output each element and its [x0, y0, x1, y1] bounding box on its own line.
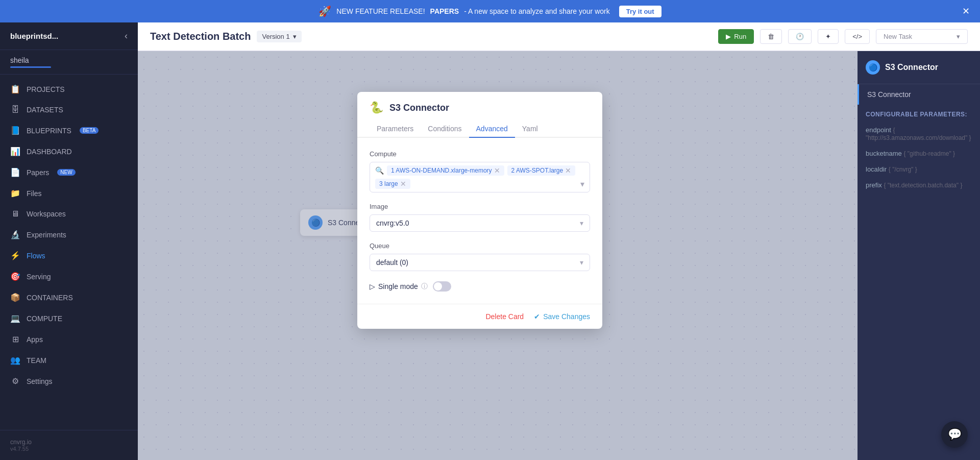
compute-tag-1-label: 1 AWS-ON-DEMAND.xlarge-memory: [391, 167, 492, 174]
compute-tag-2-remove[interactable]: ✕: [565, 166, 571, 175]
single-mode-toggle[interactable]: [433, 281, 451, 292]
task-selector[interactable]: New Task ▾: [876, 29, 968, 44]
sidebar: blueprintsd... ‹ sheila 📋 PROJECTS 🗄 DAT…: [0, 22, 138, 460]
banner-text-prefix: NEW FEATURE RELEASE!: [336, 7, 425, 15]
try-it-out-button[interactable]: Try it out: [619, 6, 662, 17]
compute-tag-1-remove[interactable]: ✕: [494, 166, 500, 175]
queue-group: Queue default (0) ▾: [370, 242, 590, 271]
image-label: Image: [370, 203, 590, 210]
param-bucketname: bucketname { "github-readme" }: [857, 146, 980, 161]
sidebar-footer-text: cnvrg.io: [10, 439, 128, 446]
sidebar-item-experiments[interactable]: 🔬 Experiments: [0, 224, 138, 245]
single-mode-info-icon: ⓘ: [421, 282, 428, 291]
delete-button[interactable]: 🗑: [760, 29, 782, 44]
right-panel-section-title: Configurable Parameters:: [857, 105, 980, 122]
serving-label: Serving: [27, 273, 51, 281]
history-button[interactable]: 🕐: [788, 29, 812, 44]
toolbar: Text Detection Batch Version 1 ▾ ▶ Run 🗑…: [138, 22, 980, 51]
sidebar-nav: 📋 PROJECTS 🗄 DATASETS 📘 BLUEPRINTS BETA …: [0, 75, 138, 430]
compute-tag-3-label: 3 large: [379, 180, 398, 187]
projects-icon: 📋: [10, 84, 20, 94]
modal-footer: Delete Card ✔ Save Changes: [357, 304, 602, 329]
save-changes-button[interactable]: ✔ Save Changes: [534, 312, 590, 321]
containers-icon: 📦: [10, 293, 20, 302]
sidebar-item-workspaces[interactable]: 🖥 Workspaces: [0, 204, 138, 224]
version-label: Version 1: [262, 33, 289, 40]
code-icon: </>: [852, 33, 862, 40]
image-group: Image cnvrg:v5.0 ▾: [370, 203, 590, 232]
run-button[interactable]: ▶ Run: [718, 29, 754, 44]
right-panel-icon: 🔵: [866, 60, 880, 75]
workspaces-icon: 🖥: [10, 209, 20, 219]
tab-yaml[interactable]: Yaml: [515, 120, 545, 138]
sidebar-item-datasets[interactable]: 🗄 DATASETS: [0, 100, 138, 120]
compute-tag-2[interactable]: 2 AWS-SPOT.large ✕: [507, 165, 576, 176]
task-chevron-icon: ▾: [957, 33, 960, 40]
sidebar-item-dashboard[interactable]: 📊 DASHBOARD: [0, 141, 138, 162]
settings-toolbar-button[interactable]: ✦: [818, 29, 839, 44]
image-select[interactable]: cnvrg:v5.0 ▾: [370, 214, 590, 232]
save-label: Save Changes: [543, 312, 590, 321]
flows-label: Flows: [27, 252, 45, 260]
compute-chevron-icon: ▾: [580, 179, 584, 189]
image-value: cnvrg:v5.0: [376, 219, 409, 227]
param-prefix-value: { "text.detection.batch.data" }: [884, 182, 962, 189]
settings-label: Settings: [27, 377, 53, 385]
queue-label: Queue: [370, 242, 590, 250]
sidebar-item-papers[interactable]: 📄 Papers NEW: [0, 162, 138, 183]
compute-search-icon: 🔍: [375, 166, 384, 175]
dashboard-icon: 📊: [10, 147, 20, 156]
history-icon: 🕐: [796, 33, 804, 40]
compute-icon: 💻: [10, 313, 20, 323]
code-button[interactable]: </>: [845, 29, 870, 44]
page-title: Text Detection Batch: [150, 31, 251, 42]
sidebar-item-compute[interactable]: 💻 COMPUTE: [0, 308, 138, 329]
delete-card-button[interactable]: Delete Card: [485, 312, 524, 321]
team-icon: 👥: [10, 355, 20, 365]
compute-tag-3[interactable]: 3 large ✕: [375, 179, 410, 189]
banner-papers-label: PAPERS: [430, 7, 459, 15]
sidebar-item-serving[interactable]: 🎯 Serving: [0, 266, 138, 287]
modal-overlay: 🐍 S3 Connector Parameters Conditions Adv…: [138, 51, 980, 460]
banner-close-button[interactable]: ✕: [962, 6, 970, 17]
sidebar-item-blueprints[interactable]: 📘 BLUEPRINTS BETA: [0, 120, 138, 141]
compute-tag-1[interactable]: 1 AWS-ON-DEMAND.xlarge-memory ✕: [387, 165, 504, 176]
flows-icon: ⚡: [10, 251, 20, 260]
files-icon: 📁: [10, 188, 20, 198]
apps-label: Apps: [27, 335, 43, 344]
tab-conditions[interactable]: Conditions: [421, 120, 469, 138]
sidebar-item-files[interactable]: 📁 Files: [0, 183, 138, 204]
right-panel-subtitle: S3 Connector: [857, 84, 980, 105]
settings-toolbar-icon: ✦: [825, 33, 831, 40]
modal-header-icon: 🐍: [370, 101, 383, 114]
top-banner: 🚀 NEW FEATURE RELEASE! PAPERS - A new sp…: [0, 0, 980, 22]
sidebar-collapse-button[interactable]: ‹: [125, 31, 128, 41]
sidebar-item-team[interactable]: 👥 TEAM: [0, 350, 138, 371]
experiments-label: Experiments: [27, 231, 66, 239]
compute-tag-2-label: 2 AWS-SPOT.large: [511, 167, 564, 174]
param-prefix: prefix { "text.detection.batch.data" }: [857, 177, 980, 193]
tab-advanced[interactable]: Advanced: [469, 120, 515, 138]
chat-icon: 💬: [948, 428, 962, 441]
files-label: Files: [27, 189, 42, 198]
compute-select[interactable]: 🔍 1 AWS-ON-DEMAND.xlarge-memory ✕ 2 AWS-…: [370, 162, 590, 192]
compute-label: Compute: [370, 150, 590, 158]
sidebar-item-projects[interactable]: 📋 PROJECTS: [0, 79, 138, 100]
image-chevron-icon: ▾: [580, 219, 583, 227]
compute-tag-3-remove[interactable]: ✕: [400, 180, 406, 188]
team-label: TEAM: [27, 356, 46, 365]
tab-parameters[interactable]: Parameters: [370, 120, 421, 138]
chat-button[interactable]: 💬: [941, 421, 968, 448]
single-mode-label: ▷ Single mode ⓘ: [370, 282, 428, 291]
sidebar-item-flows[interactable]: ⚡ Flows: [0, 245, 138, 266]
save-check-icon: ✔: [534, 312, 540, 321]
blueprints-label: BLUEPRINTS: [27, 127, 71, 135]
param-prefix-name: prefix: [866, 181, 882, 189]
queue-select[interactable]: default (0) ▾: [370, 254, 590, 271]
papers-badge: NEW: [57, 169, 75, 176]
sidebar-item-settings[interactable]: ⚙ Settings: [0, 371, 138, 392]
sidebar-item-apps[interactable]: ⊞ Apps: [0, 329, 138, 350]
version-selector[interactable]: Version 1 ▾: [257, 31, 301, 42]
blueprints-icon: 📘: [10, 126, 20, 135]
sidebar-item-containers[interactable]: 📦 CONTAINERS: [0, 287, 138, 308]
